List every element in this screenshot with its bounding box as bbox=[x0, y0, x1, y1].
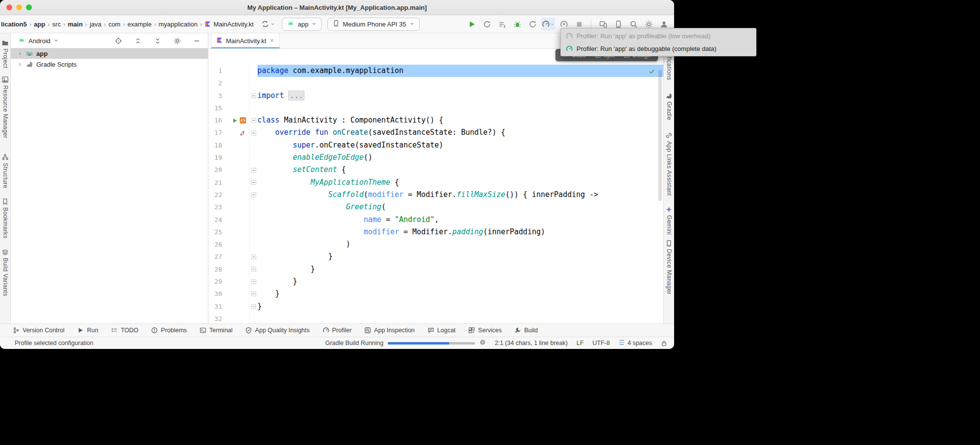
tool-stripe-device-manager[interactable]: Device Manager bbox=[665, 240, 673, 295]
sync-project-button[interactable] bbox=[260, 19, 276, 29]
tool-stripe-resource-manager[interactable]: Resource Manager bbox=[1, 76, 9, 138]
code-line-29: 29 } bbox=[208, 275, 663, 288]
indent-widget[interactable]: 4 spaces bbox=[619, 339, 652, 347]
fold-open-icon[interactable] bbox=[251, 180, 256, 185]
breadcrumb-item-mainactivity-kt[interactable]: MainActivity.kt bbox=[204, 21, 253, 28]
tool-stripe-gemini[interactable]: Gemini bbox=[665, 206, 673, 235]
run-config-icon-slot bbox=[287, 20, 295, 29]
fold-close-icon[interactable] bbox=[251, 254, 256, 260]
tool-window-button-version-control[interactable]: Version Control bbox=[13, 327, 64, 334]
tab-close-icon[interactable] bbox=[269, 38, 275, 43]
apply-code-changes-button[interactable] bbox=[496, 18, 508, 30]
tool-stripe-build-variants[interactable]: Build Variants bbox=[1, 248, 9, 297]
line-number: 1 bbox=[208, 65, 222, 77]
minus-icon bbox=[193, 37, 201, 45]
chevron-right-icon: › bbox=[154, 21, 156, 28]
fold-open-icon[interactable] bbox=[251, 130, 256, 136]
caret-position-widget[interactable]: 2:1 (34 chars, 1 line break) bbox=[495, 340, 568, 346]
breadcrumb-item-myapplication[interactable]: myapplication bbox=[159, 21, 198, 28]
hide-panel-button[interactable] bbox=[190, 36, 203, 45]
breadcrumb-item-com[interactable]: com bbox=[108, 21, 121, 28]
readonly-lock-icon[interactable] bbox=[661, 340, 667, 346]
tool-stripe-bookmarks[interactable]: Bookmarks bbox=[1, 198, 9, 239]
locate-file-button[interactable] bbox=[112, 36, 125, 45]
run-button[interactable] bbox=[465, 18, 478, 30]
traffic-light-minimize[interactable] bbox=[16, 4, 22, 10]
tool-stripe-label: Project bbox=[2, 49, 9, 68]
tree-chevron-icon bbox=[17, 62, 23, 67]
fold-marker-cell bbox=[249, 189, 257, 201]
view-settings-button[interactable] bbox=[171, 36, 183, 45]
editor-scrollbar[interactable] bbox=[658, 70, 662, 201]
breadcrumb-item-java[interactable]: java bbox=[90, 21, 101, 28]
tool-window-button-terminal[interactable]: Terminal bbox=[200, 327, 232, 334]
traffic-light-zoom[interactable] bbox=[26, 4, 32, 10]
left-tool-stripe: ProjectResource ManagerStructureBookmark… bbox=[0, 33, 11, 323]
run-gutter-icon[interactable] bbox=[232, 118, 238, 124]
gutter-icons bbox=[222, 313, 249, 323]
fold-close-icon[interactable] bbox=[251, 291, 256, 297]
tool-stripe-label: Build Variants bbox=[2, 258, 9, 297]
debug-button[interactable] bbox=[511, 18, 524, 30]
breadcrumb-item-src[interactable]: src bbox=[52, 21, 61, 28]
tool-window-button-app-inspection[interactable]: App Inspection bbox=[364, 327, 415, 334]
right-tool-stripe: NotificationsGradleApp Links AssistantGe… bbox=[663, 33, 674, 323]
tool-window-button-problems[interactable]: Problems bbox=[151, 327, 187, 334]
tool-stripe-structure[interactable]: Structure bbox=[1, 153, 9, 188]
collapse-all-button[interactable] bbox=[151, 36, 164, 45]
device-selector[interactable]: Medium Phone API 35 bbox=[327, 18, 419, 31]
project-view-selector[interactable]: Android bbox=[28, 37, 50, 45]
inspections-status-icon[interactable] bbox=[648, 68, 655, 75]
tool-window-button-app-quality-insights[interactable]: App Quality Insights bbox=[245, 327, 309, 334]
compose-gutter-icon[interactable] bbox=[239, 117, 247, 124]
tool-window-button-profiler[interactable]: Profiler bbox=[323, 327, 352, 334]
tool-stripe-gradle[interactable]: Gradle bbox=[665, 92, 673, 120]
device-icon-slot bbox=[332, 20, 340, 28]
encoding-widget[interactable]: UTF-8 bbox=[593, 340, 610, 346]
rerun-button[interactable] bbox=[526, 18, 539, 30]
fold-close-icon[interactable] bbox=[251, 304, 256, 309]
fold-close-icon[interactable] bbox=[251, 279, 256, 284]
fold-open-icon[interactable] bbox=[251, 118, 256, 123]
profiler-popup-item-2[interactable]: Profiler: Run 'app' as debuggable (compl… bbox=[561, 42, 756, 55]
profiler-button[interactable] bbox=[541, 18, 555, 30]
editor[interactable]: 1package com.example.myapplication23impo… bbox=[208, 49, 663, 323]
play-icon bbox=[468, 20, 476, 28]
fold-open-icon[interactable] bbox=[251, 168, 256, 173]
progress-cancel-icon[interactable] bbox=[479, 339, 486, 346]
tool-stripe-project[interactable]: Project bbox=[1, 39, 9, 68]
project-panel: Android appGradle Scripts bbox=[11, 33, 208, 323]
tool-window-button-logcat[interactable]: Logcat bbox=[427, 327, 456, 334]
fold-close-icon[interactable] bbox=[251, 267, 256, 272]
breadcrumb-item-lication5[interactable]: lication5 bbox=[1, 21, 27, 28]
run-configuration-selector[interactable]: app bbox=[282, 18, 322, 31]
editor-tab[interactable]: MainActivity.kt bbox=[211, 33, 280, 49]
fold-marker-cell bbox=[249, 151, 257, 164]
tool-window-button-todo[interactable]: TODO bbox=[111, 327, 138, 334]
breadcrumb-item-main[interactable]: main bbox=[68, 21, 82, 28]
tool-window-button-services[interactable]: Services bbox=[468, 327, 502, 334]
apply-changes-button[interactable] bbox=[480, 18, 493, 30]
tool-stripe-label: Resource Manager bbox=[2, 85, 9, 138]
gutter-icons bbox=[222, 263, 249, 275]
fold-open-icon[interactable] bbox=[251, 93, 256, 99]
tool-window-button-run[interactable]: Run bbox=[77, 327, 98, 334]
chevron-right-icon: › bbox=[85, 21, 87, 28]
fold-open-icon[interactable] bbox=[251, 192, 256, 198]
tool-window-button-build[interactable]: Build bbox=[514, 327, 538, 334]
breadcrumb-label: com bbox=[108, 21, 121, 28]
project-tree-item-app[interactable]: app bbox=[11, 48, 208, 59]
project-tree-item-gradle-scripts[interactable]: Gradle Scripts bbox=[11, 59, 208, 70]
gutter-icons bbox=[222, 250, 249, 263]
tree-item-label: Gradle Scripts bbox=[36, 61, 76, 68]
expand-all-button[interactable] bbox=[131, 36, 144, 45]
tool-stripe-app-links-assistant[interactable]: App Links Assistant bbox=[665, 132, 673, 196]
breadcrumb-item-app[interactable]: app bbox=[34, 21, 45, 28]
code-line-28: 28 } bbox=[208, 263, 663, 275]
breadcrumb-item-example[interactable]: example bbox=[127, 21, 151, 28]
android-icon bbox=[18, 36, 25, 44]
line-separator-widget[interactable]: LF bbox=[577, 340, 584, 346]
traffic-light-close[interactable] bbox=[6, 4, 12, 10]
gutter-icons bbox=[222, 77, 249, 89]
override-gutter-icon[interactable] bbox=[240, 129, 247, 136]
